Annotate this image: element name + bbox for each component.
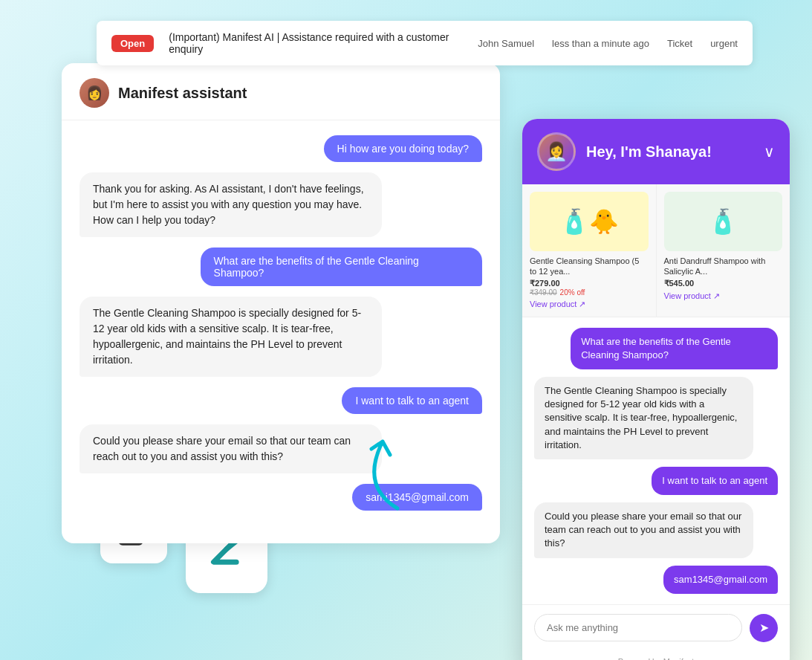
products-row: 🧴🐥 Gentle Cleansing Shampoo (5 to 12 yea… — [522, 184, 790, 317]
widget-msg-1: What are the benefits of the Gentle Clea… — [534, 328, 778, 369]
product-link-1[interactable]: View product ↗ — [530, 300, 649, 309]
message-3: What are the benefits of the Gentle Clea… — [79, 248, 482, 286]
bubble-3: What are the benefits of the Gentle Clea… — [201, 248, 482, 286]
assistant-name: Manifest assistant — [118, 85, 247, 102]
widget-input-row: ➤ — [522, 604, 790, 651]
widget-msg-2: The Gentle Cleaning Shampoo is specially… — [534, 377, 778, 459]
widget-bubble-1: What are the benefits of the Gentle Clea… — [571, 328, 778, 369]
top-bar: Open (Important) Manifest AI | Assistanc… — [97, 21, 753, 65]
chevron-down-icon[interactable]: ∨ — [764, 143, 775, 161]
product-old-price-1: ₹349.00 — [530, 288, 557, 297]
product-card-2: 🧴 Anti Dandruff Shampoo with Salicylic A… — [657, 184, 790, 317]
assistant-avatar: 👩 — [79, 78, 109, 108]
widget-msg-4: Could you please share your email so tha… — [534, 502, 778, 558]
widget-input[interactable] — [534, 614, 742, 641]
message-4: The Gentle Cleaning Shampoo is specially… — [79, 297, 482, 377]
product-price-2: ₹545.00 — [664, 279, 783, 288]
panel-header: 👩 Manifest assistant — [62, 63, 500, 120]
message-5: I want to talk to an agent — [79, 387, 482, 414]
widget-greeting: Hey, I'm Shanaya! — [586, 143, 753, 161]
bubble-2: Thank you for asking. As AI assistant, I… — [79, 172, 382, 237]
product-discount-1: 20% off — [560, 288, 585, 297]
message-1: Hi how are you doing today? — [79, 135, 482, 162]
status-badge: Open — [111, 35, 154, 52]
widget-chat-body: What are the benefits of the Gentle Clea… — [522, 317, 790, 604]
ticket-author: John Samuel — [478, 38, 534, 49]
widget-avatar: 👩‍💼 — [537, 132, 576, 171]
bubble-5: I want to talk to an agent — [342, 387, 482, 414]
ticket-time: less than a minute ago — [552, 38, 649, 49]
widget-bubble-2: The Gentle Cleaning Shampoo is specially… — [534, 377, 753, 459]
widget-bubble-5: sam1345@gmail.com — [663, 566, 778, 594]
product-image-2: 🧴 — [664, 192, 783, 251]
product-link-2[interactable]: View product ↗ — [664, 291, 783, 301]
product-name-2: Anti Dandruff Shampoo with Salicylic A..… — [664, 256, 783, 277]
bubble-6: Could you please share your email so tha… — [79, 424, 382, 473]
ticket-meta: John Samuel less than a minute ago Ticke… — [478, 38, 738, 49]
widget-bubble-3: I want to talk to an agent — [652, 467, 778, 495]
ticket-title: (Important) Manifest AI | Assistance req… — [169, 31, 463, 55]
arrow-decoration — [338, 427, 435, 519]
bubble-1: Hi how are you doing today? — [324, 135, 482, 162]
product-card-1: 🧴🐥 Gentle Cleansing Shampoo (5 to 12 yea… — [522, 184, 657, 317]
widget-footer: Powered by Manifest — [522, 651, 790, 660]
ticket-type: Ticket — [667, 38, 692, 49]
widget-msg-3: I want to talk to an agent — [534, 467, 778, 495]
ticket-priority: urgent — [710, 38, 738, 49]
widget-header: 👩‍💼 Hey, I'm Shanaya! ∨ — [522, 119, 790, 184]
widget-msg-5: sam1345@gmail.com — [534, 566, 778, 594]
bubble-4: The Gentle Cleaning Shampoo is specially… — [79, 297, 382, 377]
product-image-1: 🧴🐥 — [530, 192, 649, 251]
widget-bubble-4: Could you please share your email so tha… — [534, 502, 753, 558]
message-2: Thank you for asking. As AI assistant, I… — [79, 172, 482, 237]
product-price-1: ₹279.00 — [530, 279, 649, 288]
chat-widget: 👩‍💼 Hey, I'm Shanaya! ∨ 🧴🐥 Gentle Cleans… — [522, 119, 790, 660]
product-name-1: Gentle Cleansing Shampoo (5 to 12 yea... — [530, 256, 649, 277]
widget-send-button[interactable]: ➤ — [750, 614, 778, 642]
